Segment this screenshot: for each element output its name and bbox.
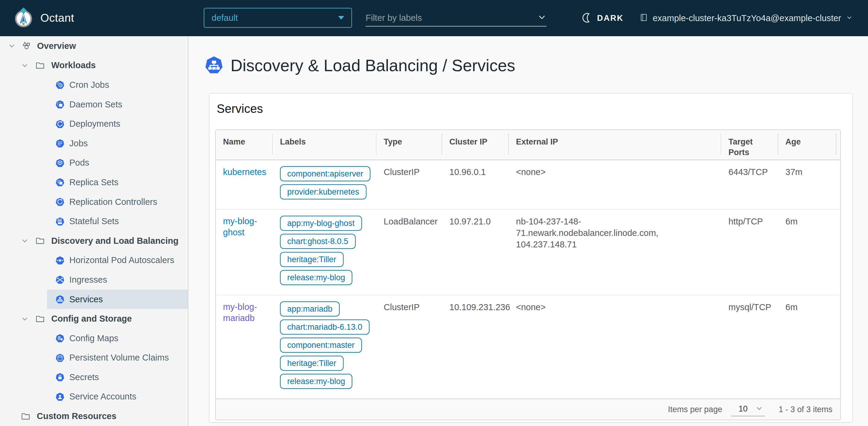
chevron-down-icon xyxy=(846,14,853,22)
sidebar-item-label: Overview xyxy=(37,41,76,51)
sidebar-item-discovery-and-load-balancing[interactable]: Discovery and Load Balancing xyxy=(0,231,188,251)
cluster-icon xyxy=(639,13,648,23)
app-header: Octant default DARK example-cluster-ka3T… xyxy=(0,0,868,36)
label-tag[interactable]: release:my-blog xyxy=(280,374,352,389)
sidebar-item-label: Workloads xyxy=(51,60,96,70)
sidebar-item-ingresses[interactable]: Ingresses xyxy=(47,270,188,290)
sidebar-item-config-and-storage[interactable]: Config and Storage xyxy=(0,309,188,329)
service-link[interactable]: my-blog-mariadb xyxy=(223,302,266,324)
sidebar-item-label: Custom Resources xyxy=(37,411,116,421)
sidebar-item-label: Secrets xyxy=(69,372,99,382)
label-filter xyxy=(366,10,547,27)
cell-target-ports: 6443/TCP xyxy=(721,160,778,209)
sidebar-item-daemon-sets[interactable]: Daemon Sets xyxy=(47,95,188,114)
cell-target-ports: mysql/TCP xyxy=(721,295,778,399)
label-tag[interactable]: component:apiserver xyxy=(280,166,370,181)
services-table: NameLabelsTypeCluster IPExternal IPTarge… xyxy=(215,130,841,420)
sidebar-item-label: Horizontal Pod Autoscalers xyxy=(69,255,174,265)
chevron-down-icon[interactable] xyxy=(21,315,29,323)
label-tag[interactable]: heritage:Tiller xyxy=(280,356,344,371)
applications-icon xyxy=(22,41,32,51)
sidebar-item-replica-sets[interactable]: Replica Sets xyxy=(47,173,188,192)
dropdown-arrow-icon xyxy=(338,16,344,20)
cell-type: LoadBalancer xyxy=(376,210,442,295)
service-link[interactable]: my-blog-ghost xyxy=(223,216,266,238)
cell-labels: component:apiserverprovider:kubernetes xyxy=(273,160,376,209)
label-tag[interactable]: component:master xyxy=(280,338,362,353)
sidebar-item-persistent-volume-claims[interactable]: Persistent Volume Claims xyxy=(47,348,188,368)
cell-name: my-blog-mariadb xyxy=(216,295,273,399)
label-tag[interactable]: provider:kubernetes xyxy=(280,184,367,199)
sidebar-item-services[interactable]: Services xyxy=(47,290,188,309)
cell-cluster-ip: 10.96.0.1 xyxy=(442,160,509,209)
ingresses-icon xyxy=(56,275,64,284)
sidebar-item-stateful-sets[interactable]: Stateful Sets xyxy=(47,211,188,231)
replication-controllers-icon xyxy=(56,197,64,206)
cluster-selector[interactable]: example-cluster-ka3TuTzYo4a@example-clus… xyxy=(639,0,853,36)
chevron-down-icon[interactable] xyxy=(21,61,29,70)
sidebar-item-custom-resources[interactable]: Custom Resources xyxy=(0,406,188,426)
theme-toggle-button[interactable]: DARK xyxy=(582,0,624,36)
cell-cluster-ip: 10.97.21.0 xyxy=(442,210,509,295)
sidebar-item-cron-jobs[interactable]: Cron Jobs xyxy=(47,75,188,95)
page-size-select[interactable]: 10 xyxy=(731,402,765,416)
cell-age: 37m xyxy=(778,160,836,209)
cell-external-ip: nb-104-237-148-71.newark.nodebalancer.li… xyxy=(509,210,721,295)
config-maps-icon xyxy=(56,334,64,343)
pods-icon xyxy=(56,159,64,167)
chevron-down-icon[interactable] xyxy=(537,13,547,23)
table-footer: Items per page 10 1 - 3 of 3 items xyxy=(216,399,840,420)
sidebar-item-label: Persistent Volume Claims xyxy=(69,353,169,363)
sidebar-item-horizontal-pod-autoscalers[interactable]: Horizontal Pod Autoscalers xyxy=(47,251,188,270)
daemon-sets-icon xyxy=(56,100,64,109)
label-tag[interactable]: chart:mariadb-6.13.0 xyxy=(280,319,370,335)
sidebar-item-label: Replica Sets xyxy=(69,177,119,187)
cell-labels: app:mariadbchart:mariadb-6.13.0component… xyxy=(273,295,376,399)
sidebar-nav: OverviewWorkloadsCron JobsDaemon SetsDep… xyxy=(0,36,188,426)
sidebar-item-secrets[interactable]: Secrets xyxy=(47,367,188,387)
jobs-icon xyxy=(56,139,64,148)
label-tag[interactable]: app:my-blog-ghost xyxy=(280,216,362,231)
pagination-range: 1 - 3 of 3 items xyxy=(778,405,832,414)
sidebar-item-label: Replication Controllers xyxy=(69,197,157,207)
sidebar-item-config-maps[interactable]: Config Maps xyxy=(47,329,188,348)
column-header-cluster-ip: Cluster IP xyxy=(442,130,509,160)
folder-icon xyxy=(35,60,45,70)
pvc-icon xyxy=(56,353,64,362)
label-tag[interactable]: heritage:Tiller xyxy=(280,252,344,267)
sidebar-item-label: Deployments xyxy=(69,119,120,129)
cell-name: kubernetes xyxy=(216,160,273,209)
folder-icon xyxy=(35,314,45,324)
label-tag[interactable]: app:mariadb xyxy=(280,302,340,316)
sidebar-item-overview[interactable]: Overview xyxy=(0,36,188,56)
chevron-down-icon[interactable] xyxy=(7,41,16,50)
sidebar-item-replication-controllers[interactable]: Replication Controllers xyxy=(47,192,188,212)
label-tag[interactable]: chart:ghost-8.0.5 xyxy=(280,234,355,249)
column-header-external-ip: External IP xyxy=(509,130,721,160)
folder-icon xyxy=(35,236,45,246)
label-tag[interactable]: release:my-blog xyxy=(280,270,352,285)
column-header-labels: Labels xyxy=(273,130,376,160)
filter-input[interactable] xyxy=(366,13,537,23)
column-header-target-ports: Target Ports xyxy=(721,130,778,160)
sidebar-item-service-accounts[interactable]: Service Accounts xyxy=(47,387,188,407)
sidebar-item-pods[interactable]: Pods xyxy=(47,153,188,173)
hpa-icon xyxy=(56,256,64,265)
moon-icon xyxy=(582,12,592,24)
cell-name: my-blog-ghost xyxy=(216,210,273,295)
chevron-down-icon[interactable] xyxy=(21,236,29,245)
page-size-value: 10 xyxy=(738,404,747,414)
sidebar-item-jobs[interactable]: Jobs xyxy=(47,134,188,153)
table-row-my-blog-mariadb: my-blog-mariadbapp:mariadbchart:mariadb-… xyxy=(216,295,840,399)
service-link[interactable]: kubernetes xyxy=(223,167,267,178)
sidebar-item-workloads[interactable]: Workloads xyxy=(0,56,188,76)
deployments-icon xyxy=(56,119,64,129)
brand: Octant xyxy=(13,0,74,36)
sidebar-item-label: Services xyxy=(69,294,103,305)
sidebar-item-deployments[interactable]: Deployments xyxy=(47,114,188,134)
namespace-select[interactable]: default xyxy=(204,8,352,28)
cluster-name: example-cluster-ka3TuTzYo4a@example-clus… xyxy=(653,13,841,23)
page-title-row: Discovery & Load Balancing / Services xyxy=(205,56,868,76)
cell-age: 6m xyxy=(778,210,836,295)
service-accounts-icon xyxy=(56,392,64,401)
